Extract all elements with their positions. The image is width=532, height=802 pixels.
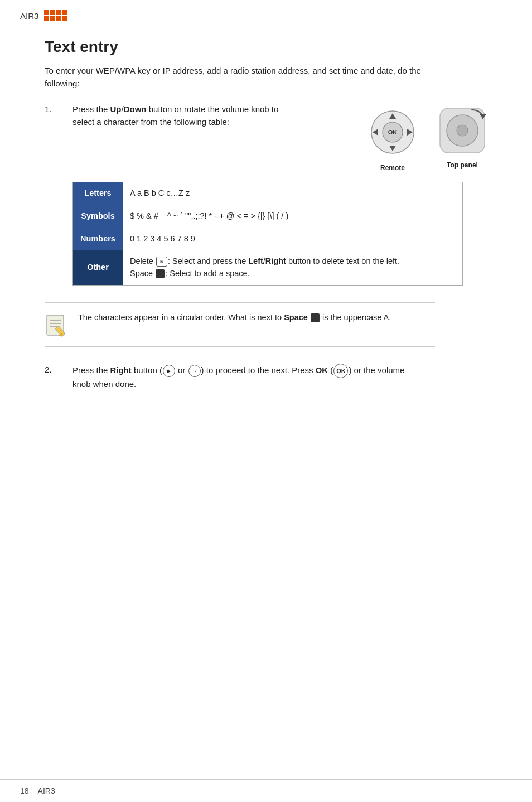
page-header: AIR3 <box>0 0 532 27</box>
note-box: The characters appear in a circular orde… <box>45 302 435 347</box>
note-text: The characters appear in a circular orde… <box>78 312 391 324</box>
ok-btn-icon: OK <box>333 364 348 378</box>
svg-point-9 <box>457 125 468 136</box>
step-1: 1. Press the Up/Down button or rotate th… <box>45 103 487 286</box>
letters-header: Letters <box>73 182 123 205</box>
step-1-content: Press the Up/Down button or rotate the v… <box>72 103 487 286</box>
right-bold-2: Right <box>110 365 132 375</box>
table-row-numbers: Numbers 0 1 2 3 4 5 6 7 8 9 <box>73 228 463 250</box>
step-2-content: Press the Right button (► or →) to proce… <box>72 364 487 391</box>
right-arrow-circle-icon: → <box>188 365 201 377</box>
remote-label: Remote <box>380 164 405 172</box>
up-bold: Up <box>110 104 122 114</box>
step-2-text: Press the Right button (► or →) to proce… <box>72 364 407 391</box>
right-arrow-btn-icon: ► <box>163 365 175 377</box>
page-title: Text entry <box>45 38 487 56</box>
remote-dpad-svg: OK <box>365 105 420 158</box>
top-panel-label: Top panel <box>447 161 478 169</box>
step-1-text: Press the Up/Down button or rotate the v… <box>72 103 284 128</box>
step-2: 2. Press the Right button (► or →) to pr… <box>45 364 487 391</box>
intro-paragraph: To enter your WEP/WPA key or IP address,… <box>45 65 435 90</box>
other-header: Other <box>73 250 123 286</box>
top-panel-svg <box>437 105 487 156</box>
remote-col: OK Remote <box>365 105 420 172</box>
footer-brand: AIR3 <box>38 786 55 795</box>
footer-page-number: 18 <box>20 786 29 795</box>
right-bold: Right <box>265 257 286 265</box>
letters-value: A a B b C c…Z z <box>123 182 463 205</box>
down-bold: Down <box>124 104 147 114</box>
space-icon <box>156 269 165 278</box>
delete-icon: ⊞ <box>156 257 167 267</box>
illustrations: OK Remote <box>365 105 487 172</box>
numbers-value: 0 1 2 3 4 5 6 7 8 9 <box>123 228 463 250</box>
table-row-other: Other Delete ⊞: Select and press the Lef… <box>73 250 463 286</box>
step-1-with-image: Press the Up/Down button or rotate the v… <box>72 103 487 172</box>
character-table: Letters A a B b C c…Z z Symbols $ % & # … <box>72 182 463 286</box>
numbers-header: Numbers <box>73 228 123 250</box>
other-value: Delete ⊞: Select and press the Left/Righ… <box>123 250 463 286</box>
ok-bold: OK <box>316 365 328 375</box>
brand-logo-icon <box>44 10 67 21</box>
main-content: Text entry To enter your WEP/WPA key or … <box>0 27 532 429</box>
table-row-symbols: Symbols $ % & # _ ^ ~ ` "",.;:?! * - + @… <box>73 205 463 228</box>
step-1-text-col: Press the Up/Down button or rotate the v… <box>72 103 348 128</box>
space-bold: Space <box>284 313 308 322</box>
step-2-number: 2. <box>45 364 61 374</box>
svg-text:OK: OK <box>388 129 398 136</box>
left-right-bold: Left <box>248 257 263 265</box>
brand-name: AIR3 <box>20 11 38 21</box>
page-footer: 18 AIR3 <box>0 779 532 802</box>
note-icon <box>45 313 69 337</box>
symbols-value: $ % & # _ ^ ~ ` "",.;:?! * - + @ < = > {… <box>123 205 463 228</box>
top-panel-col: Top panel <box>437 105 487 169</box>
table-row-letters: Letters A a B b C c…Z z <box>73 182 463 205</box>
symbols-header: Symbols <box>73 205 123 228</box>
step-1-number: 1. <box>45 103 61 114</box>
space-icon-note <box>311 313 320 322</box>
